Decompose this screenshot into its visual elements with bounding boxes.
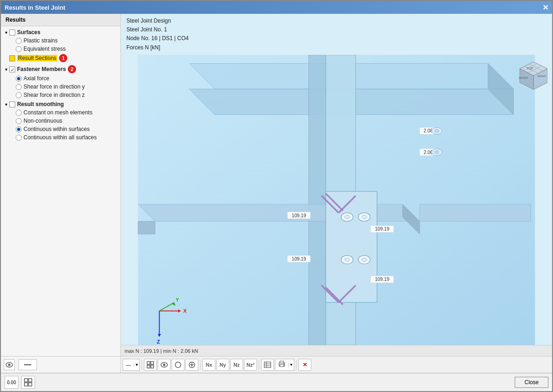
- main-window: Results in Steel Joint ✕ Results ▾ Surfa…: [0, 0, 553, 392]
- svg-rect-64: [151, 362, 154, 364]
- svg-point-15: [345, 215, 350, 219]
- label-continuous-all: Continuous within all surfaces: [24, 134, 97, 141]
- status-bar: max N : 109.19 | min N : 2.06 kN: [121, 345, 552, 356]
- tree-item-continuous-all[interactable]: Continuous within all surfaces: [3, 133, 119, 142]
- check-result-smoothing[interactable]: [9, 101, 15, 107]
- dash-button[interactable]: [18, 359, 37, 370]
- svg-text:X: X: [183, 308, 187, 314]
- tree-item-result-smoothing[interactable]: ▾ Result smoothing: [3, 100, 119, 108]
- svg-marker-8: [309, 55, 326, 345]
- svg-marker-12: [420, 204, 531, 221]
- window-bottom-bar: 0.00 Close: [1, 373, 552, 391]
- number-display-button[interactable]: 0.00: [5, 376, 18, 389]
- table-button[interactable]: [261, 359, 274, 371]
- svg-rect-82: [29, 379, 32, 382]
- radio-continuous-within[interactable]: [16, 126, 22, 132]
- title-bar: Results in Steel Joint ✕: [1, 1, 552, 14]
- radio-non-continuous[interactable]: [16, 118, 22, 124]
- svg-text:109.19: 109.19: [292, 256, 306, 261]
- svg-text:109.19: 109.19: [375, 277, 389, 282]
- svg-point-17: [362, 215, 367, 219]
- label-plastic-strains: Plastic strains: [24, 37, 58, 44]
- close-x-button[interactable]: ✕: [298, 359, 311, 371]
- check-surfaces[interactable]: [9, 30, 15, 36]
- dropdown-label: —: [123, 362, 134, 368]
- dropdown-arrow[interactable]: ▾: [134, 362, 139, 367]
- expand-smoothing[interactable]: ▾: [3, 102, 9, 107]
- left-bottom-bar: [1, 356, 120, 373]
- info-header: Steel Joint Design Steel Joint No. 1 Nod…: [121, 14, 552, 55]
- nz-button[interactable]: Nz: [230, 359, 243, 371]
- sep4: [296, 360, 297, 369]
- svg-rect-66: [151, 365, 154, 368]
- print-dropdown-arrow[interactable]: ▾: [288, 362, 294, 367]
- sep2: [200, 360, 201, 369]
- tree-item-non-continuous[interactable]: Non-continuous: [3, 117, 119, 125]
- check-result-sections[interactable]: [9, 55, 15, 61]
- info-line3: Node No. 16 | DS1 | CO4: [126, 34, 547, 43]
- svg-marker-9: [138, 204, 420, 221]
- tree-item-fastener-members[interactable]: ▾ Fastener Members 2: [3, 64, 119, 74]
- eye-view-button[interactable]: [158, 359, 171, 371]
- tree-item-axial-force[interactable]: Axial force: [3, 74, 119, 83]
- expand-fastener[interactable]: ▾: [3, 67, 9, 72]
- ny-button[interactable]: Ny: [216, 359, 229, 371]
- tree-item-surfaces[interactable]: ▾ Surfaces: [3, 28, 119, 36]
- radio-equivalent-stress[interactable]: [16, 46, 22, 52]
- svg-rect-84: [29, 383, 32, 386]
- check-fastener-members[interactable]: [9, 66, 15, 72]
- radio-axial-force[interactable]: [16, 76, 22, 82]
- tree-item-continuous-within[interactable]: Continuous within surfaces: [3, 125, 119, 133]
- label-axial-force: Axial force: [24, 75, 49, 82]
- svg-rect-81: [24, 379, 28, 382]
- toolbar-bottom: — ▾ Nx Ny Nz Nz: [121, 356, 552, 373]
- svg-text:TOP: TOP: [527, 67, 534, 70]
- tree-item-equivalent-stress[interactable]: Equivalent stress: [3, 45, 119, 53]
- eye-button[interactable]: [4, 359, 15, 370]
- tree-area: ▾ Surfaces Plastic strains Equivalent s: [1, 26, 120, 356]
- circle-button[interactable]: [172, 359, 184, 371]
- badge-result-sections: 1: [59, 54, 67, 62]
- svg-point-68: [163, 363, 166, 366]
- grid-bottom-button[interactable]: [21, 376, 35, 389]
- info-line2: Steel Joint No. 1: [126, 25, 547, 34]
- radio-shear-z[interactable]: [16, 92, 22, 98]
- svg-text:Y: Y: [176, 297, 179, 303]
- tree-item-result-sections[interactable]: Result Sections 1: [3, 53, 119, 63]
- close-button[interactable]: Close: [515, 377, 548, 388]
- svg-point-19: [345, 258, 350, 261]
- label-result-sections: Result Sections: [17, 55, 57, 61]
- radio-continuous-all[interactable]: [16, 135, 22, 141]
- dropdown-mode[interactable]: — ▾: [123, 359, 140, 371]
- tree-item-shear-z[interactable]: Shear force in direction z: [3, 91, 119, 99]
- 3d-viewport[interactable]: 109.19 109.19 109.19 109.19 2.08 2.: [121, 55, 552, 345]
- svg-text:109.19: 109.19: [292, 213, 306, 218]
- window-close-button[interactable]: ✕: [542, 3, 548, 12]
- radio-plastic-strains[interactable]: [16, 38, 22, 44]
- tree-item-plastic-strains[interactable]: Plastic strains: [3, 36, 119, 45]
- sep1: [142, 360, 142, 369]
- grid-button[interactable]: [144, 359, 157, 371]
- radio-shear-y[interactable]: [16, 84, 22, 90]
- print-icon: [275, 361, 288, 369]
- radio-constant-mesh[interactable]: [16, 110, 22, 116]
- main-content: Results ▾ Surfaces Plastic strains: [1, 14, 552, 373]
- svg-rect-65: [147, 365, 150, 368]
- nz2-button[interactable]: Nz²: [244, 359, 257, 371]
- tree-item-constant-mesh[interactable]: Constant on mesh elements: [3, 108, 119, 117]
- svg-rect-78: [280, 361, 284, 363]
- print-dropdown[interactable]: ▾: [275, 359, 294, 371]
- plus-circle-button[interactable]: [185, 359, 198, 371]
- expand-surfaces[interactable]: ▾: [3, 30, 9, 35]
- right-panel: Steel Joint Design Steel Joint No. 1 Nod…: [121, 14, 552, 373]
- nx-button[interactable]: Nx: [202, 359, 215, 371]
- tree-item-shear-y[interactable]: Shear force in direction y: [3, 83, 119, 91]
- cube-nav-widget[interactable]: TOP FRONT RIGHT: [515, 59, 547, 92]
- svg-text:FRONT: FRONT: [519, 77, 529, 79]
- label-shear-y: Shear force in direction y: [24, 83, 85, 90]
- sep3: [259, 360, 259, 369]
- badge-fastener-members: 2: [68, 65, 76, 73]
- label-surfaces: Surfaces: [17, 29, 41, 36]
- number-display-label: 0.00: [7, 380, 16, 385]
- svg-point-21: [362, 258, 367, 261]
